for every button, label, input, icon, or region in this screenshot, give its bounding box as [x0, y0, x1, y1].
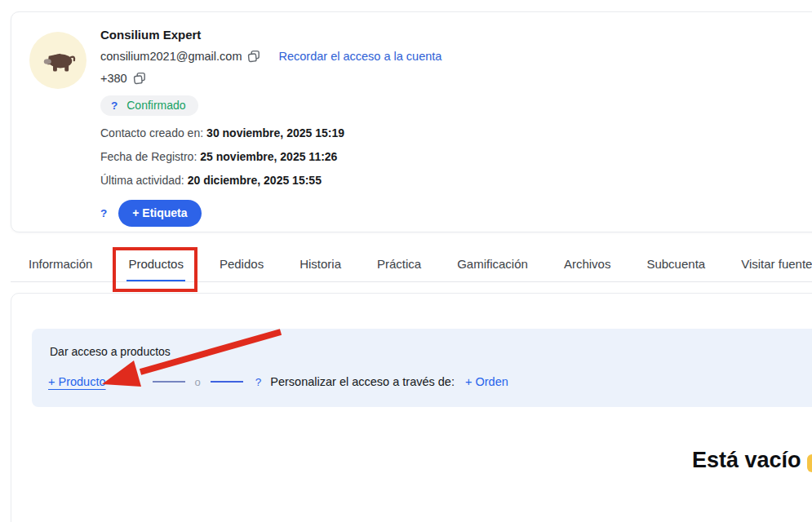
contact-phone: +380: [100, 72, 127, 85]
add-tag-button[interactable]: + Etiqueta: [118, 200, 201, 227]
add-product-link[interactable]: + Producto: [48, 375, 106, 388]
tag-help-icon[interactable]: ?: [100, 207, 107, 219]
panel-actions-row: + Producto o ? Personalizar el acceso a …: [48, 375, 508, 388]
boar-emoji-icon: [36, 38, 80, 82]
avatar: [29, 32, 87, 89]
emoji-partial: [807, 454, 812, 472]
remember-access-link[interactable]: Recordar el acceso a la cuenta: [278, 50, 441, 63]
status-badge-label: Confirmado: [126, 99, 185, 112]
empty-state-text: Está vacío: [692, 448, 801, 473]
tab-pedidos[interactable]: Pedidos: [218, 257, 265, 281]
tab-gamificacion[interactable]: Gamificación: [455, 257, 530, 281]
contact-created-row: Contacto creado en:30 noviembre, 2025 15…: [100, 126, 623, 139]
or-label: o: [195, 376, 201, 388]
contact-email: consilium2021@gmail.com: [100, 50, 242, 63]
last-activity-row: Última actividad:20 diciembre, 2025 15:5…: [100, 174, 623, 187]
divider-dash-left: [153, 381, 185, 383]
field-label: Contacto creado en:: [100, 126, 203, 139]
products-tab-panel: Dar acceso a productos + Producto o ? Pe…: [11, 293, 812, 522]
email-row: consilium2021@gmail.com Recordar el acce…: [100, 50, 623, 63]
tab-practica[interactable]: Práctica: [375, 257, 423, 281]
field-label: Última actividad:: [100, 174, 184, 187]
tab-productos[interactable]: Productos: [126, 257, 185, 281]
contact-profile-page: Consilium Expert consilium2021@gmail.com…: [0, 0, 812, 522]
status-help-icon[interactable]: ?: [111, 100, 118, 112]
customize-help-icon[interactable]: ?: [255, 376, 262, 388]
copy-email-icon[interactable]: [247, 50, 260, 63]
phone-row: +380: [100, 72, 623, 85]
customize-label: Personalizar el acceso a través de:: [270, 375, 455, 388]
field-label: Fecha de Registro:: [100, 150, 197, 163]
registration-date-row: Fecha de Registro:25 noviembre, 2025 11:…: [100, 150, 623, 163]
badge-row: ? Confirmado: [100, 95, 623, 116]
status-badge: ? Confirmado: [100, 95, 198, 116]
grant-access-panel: Dar acceso a productos + Producto o ? Pe…: [32, 329, 812, 407]
tab-informacion[interactable]: Información: [27, 257, 94, 281]
copy-phone-icon[interactable]: [133, 72, 146, 85]
contact-name: Consilium Expert: [100, 28, 623, 42]
divider-dash-right: [211, 381, 243, 383]
tab-visitar-fuente[interactable]: Visitar fuente: [739, 257, 812, 281]
tab-subcuenta[interactable]: Subcuenta: [645, 257, 707, 281]
profile-info: Consilium Expert consilium2021@gmail.com…: [100, 28, 623, 227]
add-order-link[interactable]: + Orden: [465, 375, 508, 388]
field-value: 20 diciembre, 2025 15:55: [188, 174, 322, 187]
tab-archivos[interactable]: Archivos: [562, 257, 613, 281]
field-value: 30 noviembre, 2025 15:19: [206, 126, 344, 139]
field-value: 25 noviembre, 2025 11:26: [200, 150, 337, 163]
tag-row: ? + Etiqueta: [100, 200, 623, 227]
panel-title: Dar acceso a productos: [50, 345, 171, 358]
tab-historia[interactable]: Historia: [298, 257, 343, 281]
tabs-bar: Información Productos Pedidos Historia P…: [11, 257, 812, 282]
profile-card: Consilium Expert consilium2021@gmail.com…: [11, 11, 812, 232]
